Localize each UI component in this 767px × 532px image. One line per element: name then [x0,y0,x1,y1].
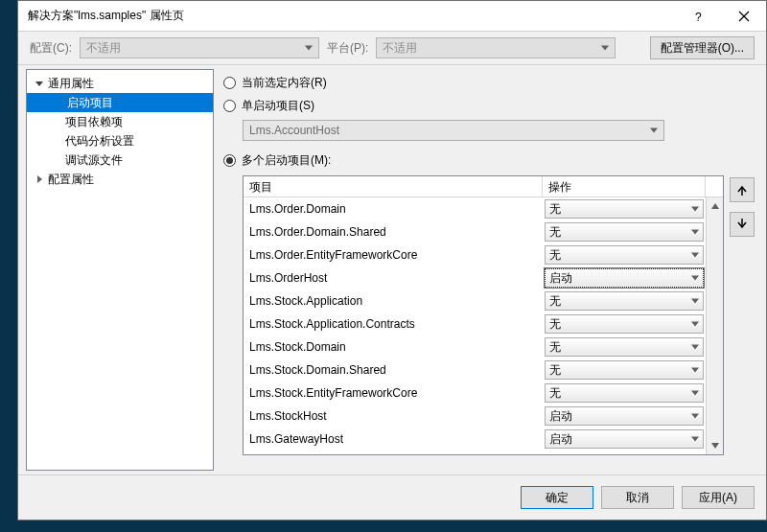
table-row[interactable]: Lms.Order.EntityFrameworkCore无 [244,243,706,266]
nav-tree[interactable]: 通用属性 启动项目 项目依赖项 代码分析设置 调试源文件 配置属性 [26,69,214,471]
radio-current-label: 当前选定内容(R) [242,75,327,91]
project-cell: Lms.Stock.EntityFrameworkCore [244,382,543,405]
action-cell[interactable]: 无 [543,335,706,359]
tree-node-deps[interactable]: 项目依赖项 [27,112,213,131]
action-cell[interactable]: 无 [543,220,706,243]
project-cell: Lms.Order.Domain [244,197,543,220]
left-column: 当前选定内容(R) 单启动项目(S) Lms.AccountHost 多个启动项… [223,71,756,469]
table-row[interactable]: Lms.Stock.Application无 [244,289,706,312]
action-cell[interactable]: 启动 [543,266,706,289]
action-dropdown[interactable]: 无 [545,360,704,380]
footer: 确定 取消 应用(A) [18,475,766,520]
action-dropdown[interactable]: 无 [545,199,704,219]
action-dropdown[interactable]: 无 [545,383,704,403]
chevron-down-icon [691,299,699,304]
col-scroll-spacer [706,176,723,197]
top-row: 配置(C): 不适用 平台(P): 不适用 配置管理器(O)... [18,32,766,64]
action-dropdown[interactable]: 无 [545,245,704,265]
grid-header: 项目 操作 [244,176,723,197]
action-dropdown[interactable]: 无 [545,291,704,311]
action-cell[interactable]: 无 [543,382,706,405]
action-dropdown[interactable]: 启动 [545,429,704,449]
table-row[interactable]: Lms.Stock.Application.Contracts无 [244,312,706,335]
action-cell[interactable]: 无 [543,243,706,266]
chevron-down-icon [691,391,699,396]
chevron-down-icon [691,207,699,212]
action-value: 启动 [549,431,572,448]
table-row[interactable]: Lms.Order.Domain无 [244,197,706,220]
scroll-up-icon[interactable] [707,197,723,215]
action-cell[interactable]: 无 [543,289,706,312]
project-cell: Lms.GatewayHost [244,428,543,451]
action-cell[interactable]: 无 [543,312,706,335]
action-cell[interactable]: 无 [543,359,706,382]
radio-current-selection[interactable]: 当前选定内容(R) [223,71,756,94]
action-dropdown[interactable]: 无 [545,337,704,357]
chevron-down-icon [650,128,658,133]
action-dropdown[interactable]: 无 [545,222,704,242]
tree-node-startup[interactable]: 启动项目 [27,93,213,112]
radio-multi-startup[interactable]: 多个启动项目(M): [223,149,756,172]
radio-single-startup[interactable]: 单启动项目(S) [223,94,756,117]
scroll-down-icon[interactable] [707,437,723,454]
action-value: 无 [549,362,561,379]
config-dropdown: 不适用 [80,37,319,58]
startup-grid[interactable]: 项目 操作 Lms.Order.Domain无Lms.Order.Domain.… [243,175,724,455]
tree-node-analysis[interactable]: 代码分析设置 [27,131,213,150]
caret-right-icon [35,174,44,184]
action-cell[interactable]: 启动 [543,405,706,428]
platform-dropdown: 不适用 [376,37,616,58]
table-row[interactable]: Lms.Stock.EntityFrameworkCore无 [244,382,706,405]
table-row[interactable]: Lms.Order.Domain.Shared无 [244,220,706,243]
radio-multi-label: 多个启动项目(M): [242,152,331,169]
move-up-button[interactable] [730,177,755,202]
svg-marker-3 [711,203,719,209]
arrow-down-icon [736,219,748,230]
action-cell[interactable]: 无 [543,197,706,220]
close-icon [738,11,750,22]
action-dropdown[interactable]: 启动 [545,406,704,426]
help-button[interactable]: ? [678,1,722,32]
table-row[interactable]: Lms.StockHost启动 [244,405,706,428]
action-value: 启动 [549,408,572,425]
action-value: 无 [549,385,561,402]
body: 通用属性 启动项目 项目依赖项 代码分析设置 调试源文件 配置属性 [18,64,766,475]
table-row[interactable]: Lms.Stock.Domain无 [244,335,706,359]
cancel-button[interactable]: 取消 [601,486,674,509]
ok-button[interactable]: 确定 [521,486,593,509]
table-row[interactable]: Lms.GatewayHost启动 [244,428,706,451]
action-cell[interactable]: 启动 [543,428,706,451]
tree-node-sources[interactable]: 调试源文件 [27,150,213,170]
chevron-down-icon [305,46,313,51]
close-button[interactable] [722,1,766,32]
tree-node-common[interactable]: 通用属性 [27,74,213,93]
apply-button[interactable]: 应用(A) [682,486,755,509]
chevron-down-icon [691,322,699,327]
window-title: 解决方案"lms.samples" 属性页 [18,8,678,24]
grid-body: Lms.Order.Domain无Lms.Order.Domain.Shared… [244,197,706,454]
reorder-buttons [730,175,756,455]
move-down-button[interactable] [730,212,755,237]
svg-text:?: ? [695,11,702,23]
tree-node-cfgprops[interactable]: 配置属性 [27,170,213,189]
project-cell: Lms.Order.Domain.Shared [244,220,543,243]
table-row[interactable]: Lms.Stock.Domain.Shared无 [244,359,706,382]
chevron-down-icon [691,230,699,235]
col-project[interactable]: 项目 [244,176,543,197]
project-cell: Lms.Stock.Application.Contracts [244,312,543,335]
svg-marker-4 [711,443,719,449]
config-manager-button[interactable]: 配置管理器(O)... [650,36,755,59]
project-cell: Lms.OrderHost [244,266,543,289]
platform-label: 平台(P): [327,40,368,57]
grid-scrollbar[interactable] [706,197,723,454]
help-icon: ? [695,10,705,23]
table-row[interactable]: Lms.OrderHost启动 [244,266,706,289]
project-cell: Lms.Stock.Domain [244,335,543,359]
action-dropdown[interactable]: 启动 [545,268,704,288]
action-value: 无 [549,201,561,218]
col-action[interactable]: 操作 [543,176,706,197]
project-cell: Lms.Order.EntityFrameworkCore [244,243,543,266]
action-dropdown[interactable]: 无 [545,314,704,334]
action-value: 无 [549,316,561,333]
dialog-window: 解决方案"lms.samples" 属性页 ? 配置(C): 不适用 平台(P)… [17,0,767,520]
